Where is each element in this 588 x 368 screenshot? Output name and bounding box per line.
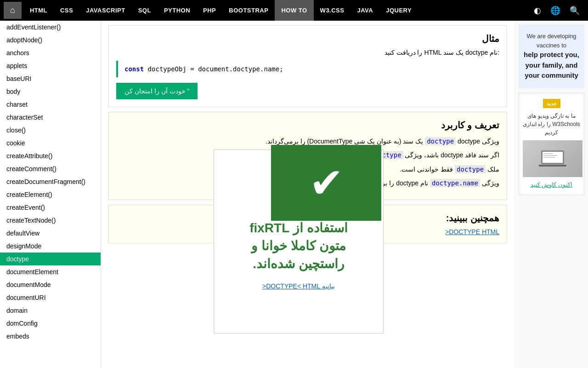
svg-rect-2: [539, 165, 566, 167]
ad-box-bottom: جدید ما به تازگی ویدیو های W3Schools را …: [519, 93, 584, 196]
sidebar-item-characterset[interactable]: characterSet: [0, 111, 101, 124]
sidebar-item-charset[interactable]: charset: [0, 98, 101, 111]
definition-title: تعریف و کاربرد: [116, 120, 499, 131]
main-content: مثال :نام doctype یک سند HTML را دریافت …: [101, 21, 514, 368]
globe-icon: 🌐: [550, 6, 560, 16]
contrast-button[interactable]: ◐: [529, 0, 546, 21]
sidebar: addEventListener() adoptNode() anchors a…: [0, 21, 101, 368]
code-block: const doctypeObj = document.doctype.name…: [116, 61, 499, 77]
fix-rtl-text: استفاده از fixRTLمتون کاملا خوانا وراستچ…: [249, 219, 348, 273]
sidebar-item-cookie[interactable]: cookie: [0, 137, 101, 150]
example-description: :نام doctype یک سند HTML را دریافت کنید: [116, 49, 499, 56]
sidebar-item-createtextnode[interactable]: createTextNode(): [0, 214, 101, 227]
ad-top-highlight: help protect you, your family, and your …: [523, 50, 580, 81]
nav-css[interactable]: CSS: [54, 0, 79, 21]
sidebar-item-defaultview[interactable]: defaultView: [0, 227, 101, 240]
search-button[interactable]: 🔍: [565, 0, 584, 21]
contrast-icon: ◐: [534, 6, 541, 16]
sidebar-item-domconfig[interactable]: domConfig: [0, 317, 101, 330]
ad-top-text1: We are developing vaccines to: [523, 32, 580, 50]
sidebar-item-createattribute[interactable]: createAttribute(): [0, 150, 101, 162]
green-popup: ✔: [271, 145, 381, 221]
search-icon: 🔍: [570, 6, 580, 16]
svg-rect-5: [543, 157, 555, 158]
sidebar-item-body[interactable]: body: [0, 85, 101, 98]
sidebar-item-documentmode[interactable]: documentMode: [0, 278, 101, 291]
nav-python[interactable]: PYTHON: [158, 0, 197, 21]
nav-php[interactable]: PHP: [197, 0, 222, 21]
nav-jquery[interactable]: JQUERY: [379, 0, 418, 21]
sidebar-item-close[interactable]: close(): [0, 124, 101, 137]
nav-html[interactable]: HTML: [23, 0, 54, 21]
sidebar-item-documenturi[interactable]: documentURI: [0, 291, 101, 304]
svg-rect-3: [543, 153, 553, 154]
sidebar-item-baseuri[interactable]: baseURI: [0, 72, 101, 85]
page-layout: addEventListener() adoptNode() anchors a…: [0, 21, 588, 368]
sidebar-item-doctype[interactable]: doctype: [0, 253, 101, 265]
example-box: مثال :نام doctype یک سند HTML را دریافت …: [108, 25, 507, 107]
code-body: doctypeObj = document.doctype.name;: [148, 65, 283, 73]
nav-sql[interactable]: SQL: [132, 0, 158, 21]
example-title: مثال: [116, 33, 499, 44]
home-button[interactable]: ⌂: [4, 2, 22, 19]
nav-w3css[interactable]: W3.CSS: [314, 0, 351, 21]
sidebar-item-addeventlistener[interactable]: addEventListener(): [0, 21, 101, 34]
try-it-button[interactable]: " خودت آن را امتحان کن: [116, 83, 198, 99]
sidebar-item-designmode[interactable]: designMode: [0, 240, 101, 253]
explore-button[interactable]: اکنون کاوش کنید: [531, 181, 572, 188]
content-wrapper: مثال :نام doctype یک سند HTML را دریافت …: [101, 25, 514, 243]
video-thumbnail[interactable]: [523, 140, 582, 177]
checkmark-icon: ✔: [309, 162, 344, 204]
top-navigation: ⌂ HTML CSS JAVASCRIPT SQL PYTHON PHP BOO…: [0, 0, 588, 21]
sidebar-item-domain[interactable]: domain: [0, 304, 101, 317]
fix-rtl-link[interactable]: بیانیه DOCTYPE< HTML<: [262, 282, 335, 290]
sidebar-item-adoptnode[interactable]: adoptNode(): [0, 34, 101, 46]
video-thumb-inner: [523, 140, 582, 177]
nav-bootstrap[interactable]: BOOTSTRAP: [222, 0, 275, 21]
code-keyword: const: [124, 65, 144, 73]
home-icon: ⌂: [10, 6, 15, 15]
ad-desc: ما به تازگی ویدیو های W3Schools را راه ا…: [523, 112, 580, 137]
new-badge: جدید: [543, 99, 560, 109]
code-inline-doctypename: doctype.name: [430, 179, 480, 187]
nav-javascript[interactable]: JAVASCRIPT: [79, 0, 131, 21]
sidebar-item-documentelement[interactable]: documentElement: [0, 265, 101, 278]
code-inline-doctype1: doctype: [425, 137, 456, 145]
globe-button[interactable]: 🌐: [546, 0, 565, 21]
sidebar-item-createdocumentfragment[interactable]: createDocumentFragment(): [0, 175, 101, 188]
sidebar-item-embeds[interactable]: embeds: [0, 330, 101, 343]
svg-rect-4: [543, 155, 557, 156]
nav-java[interactable]: JAVA: [351, 0, 379, 21]
nav-howto[interactable]: HOW TO: [275, 0, 313, 21]
sidebar-item-createelement[interactable]: createElement(): [0, 188, 101, 201]
sidebar-item-anchors[interactable]: anchors: [0, 46, 101, 59]
sidebar-item-applets[interactable]: applets: [0, 59, 101, 72]
laptop-icon: [539, 150, 566, 168]
sidebar-item-createevent[interactable]: createEvent(): [0, 201, 101, 214]
code-inline-doctype3: doctype: [455, 165, 486, 173]
right-panel: We are developing vaccines to help prote…: [514, 21, 588, 368]
sidebar-item-createcomment[interactable]: createComment(): [0, 162, 101, 175]
ad-box-top: We are developing vaccines to help prote…: [519, 24, 584, 88]
